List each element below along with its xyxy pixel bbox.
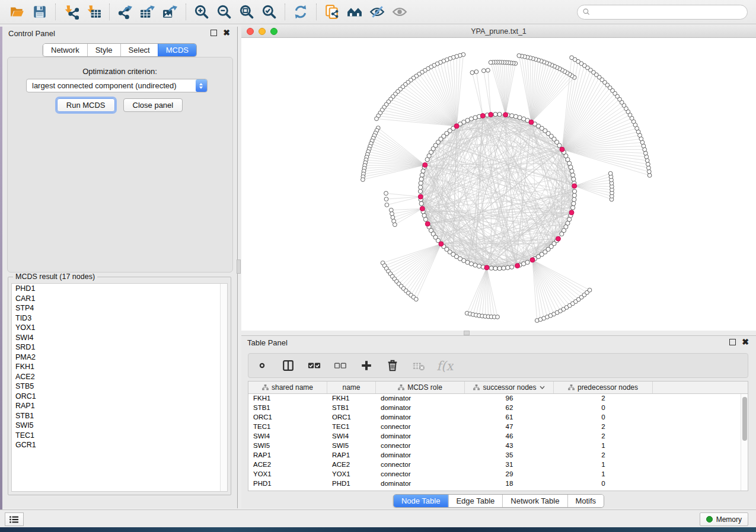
- network-node[interactable]: [473, 263, 477, 267]
- network-node[interactable]: [502, 266, 506, 270]
- network-node[interactable]: [572, 177, 576, 181]
- table-cell[interactable]: 2: [554, 432, 653, 441]
- table-cell[interactable]: 1: [554, 460, 653, 470]
- table-cell[interactable]: 1: [554, 470, 653, 479]
- table-cell[interactable]: 62: [465, 403, 554, 413]
- network-node[interactable]: [506, 265, 510, 270]
- network-node[interactable]: [572, 197, 576, 201]
- mcds-hub-node[interactable]: [423, 163, 428, 168]
- network-node[interactable]: [497, 112, 502, 116]
- task-history-button[interactable]: [5, 512, 24, 526]
- vertical-splitter-handle[interactable]: [237, 259, 241, 274]
- network-node[interactable]: [647, 166, 651, 170]
- network-node[interactable]: [474, 70, 479, 74]
- mcds-hub-node[interactable]: [572, 184, 577, 188]
- network-node[interactable]: [513, 114, 518, 118]
- network-node[interactable]: [361, 178, 365, 182]
- table-cell[interactable]: SWI5: [327, 441, 376, 451]
- table-cell[interactable]: 96: [465, 394, 554, 403]
- table-row[interactable]: RAP1RAP1dominator352: [248, 451, 748, 460]
- network-node[interactable]: [385, 203, 389, 207]
- import-table-button[interactable]: [84, 2, 104, 21]
- network-node[interactable]: [647, 174, 652, 178]
- column-header-name[interactable]: name: [327, 382, 376, 393]
- table-cell[interactable]: 0: [554, 479, 653, 489]
- network-node[interactable]: [646, 162, 650, 166]
- table-row[interactable]: ORC1ORC1dominator610: [248, 413, 748, 422]
- table-cell[interactable]: YOX1: [327, 470, 376, 479]
- network-node[interactable]: [525, 260, 529, 264]
- horizontal-splitter-handle[interactable]: [464, 331, 470, 335]
- zoom-selected-button[interactable]: [259, 2, 279, 21]
- search-input[interactable]: [591, 8, 742, 16]
- network-node[interactable]: [493, 266, 497, 270]
- mcds-hub-node[interactable]: [556, 236, 560, 241]
- table-row[interactable]: STB1STB1dominator620: [248, 403, 748, 413]
- table-cell[interactable]: PHD1: [248, 479, 327, 489]
- table-cell[interactable]: dominator: [376, 413, 465, 422]
- table-cell[interactable]: 18: [465, 479, 554, 489]
- tab-network-table[interactable]: Network Table: [502, 495, 567, 507]
- table-cell[interactable]: 0: [554, 403, 653, 413]
- table-cell[interactable]: ACE2: [248, 460, 327, 470]
- network-node[interactable]: [510, 265, 514, 269]
- zoom-in-button[interactable]: [192, 2, 212, 21]
- table-cell[interactable]: dominator: [376, 479, 465, 489]
- network-node[interactable]: [477, 264, 481, 268]
- table-cell[interactable]: SWI4: [248, 432, 327, 441]
- network-node[interactable]: [384, 197, 388, 201]
- table-row[interactable]: SWI5SWI5connector431: [248, 441, 748, 451]
- network-node[interactable]: [493, 112, 497, 116]
- mcds-result-item[interactable]: TEC1: [12, 431, 227, 441]
- mcds-hub-node[interactable]: [530, 258, 535, 262]
- network-node[interactable]: [572, 201, 576, 206]
- mcds-hub-node[interactable]: [569, 210, 574, 215]
- mcds-hub-node[interactable]: [515, 264, 520, 268]
- column-header-predecessor-nodes[interactable]: predecessor nodes: [554, 382, 653, 393]
- mcds-result-item[interactable]: CAR1: [12, 294, 227, 304]
- search-box[interactable]: [577, 5, 748, 20]
- table-cell[interactable]: FKH1: [327, 394, 376, 403]
- tab-network[interactable]: Network: [43, 44, 87, 56]
- column-header-shared-name[interactable]: shared name: [248, 382, 327, 393]
- network-node[interactable]: [647, 169, 651, 174]
- network-node[interactable]: [510, 114, 514, 118]
- network-node[interactable]: [570, 169, 574, 173]
- close-panel-icon[interactable]: ✖: [742, 339, 749, 345]
- network-node[interactable]: [518, 116, 522, 120]
- table-cell[interactable]: YOX1: [248, 470, 327, 479]
- zoom-fit-button[interactable]: [237, 2, 257, 21]
- zoom-out-button[interactable]: [214, 2, 234, 21]
- mcds-result-item[interactable]: GCR1: [12, 440, 227, 450]
- table-cell[interactable]: PHD1: [327, 479, 376, 489]
- network-node[interactable]: [489, 266, 493, 270]
- eye-button[interactable]: [390, 2, 410, 21]
- tab-edge-table[interactable]: Edge Table: [448, 495, 502, 507]
- deselect-all-button[interactable]: [333, 358, 348, 373]
- mcds-result-item[interactable]: TID3: [12, 313, 227, 323]
- add-button[interactable]: [359, 358, 374, 373]
- table-cell[interactable]: dominator: [376, 394, 465, 403]
- delete-button[interactable]: [385, 358, 400, 373]
- table-cell[interactable]: SWI5: [248, 441, 327, 451]
- tab-mcds[interactable]: MCDS: [158, 44, 196, 56]
- mcds-result-item[interactable]: YOX1: [12, 323, 227, 333]
- mcds-result-item[interactable]: STB1: [12, 411, 227, 421]
- network-node[interactable]: [393, 223, 397, 227]
- import-network-button[interactable]: [61, 2, 81, 21]
- optimization-criterion-select[interactable]: largest connected component (undirected): [26, 79, 208, 92]
- table-cell[interactable]: RAP1: [248, 451, 327, 460]
- table-cell[interactable]: SWI4: [327, 432, 376, 441]
- network-node[interactable]: [497, 266, 502, 270]
- mcds-result-item[interactable]: SWI4: [12, 333, 227, 343]
- network-node[interactable]: [414, 297, 418, 302]
- network-node[interactable]: [572, 189, 576, 193]
- table-scrollbar-thumb[interactable]: [742, 397, 747, 441]
- export-image-button[interactable]: [160, 2, 180, 21]
- mcds-result-item[interactable]: RAP1: [12, 401, 227, 411]
- network-node[interactable]: [517, 54, 521, 58]
- table-cell[interactable]: ORC1: [327, 413, 376, 422]
- table-cell[interactable]: 35: [465, 451, 554, 460]
- column-header-MCDS-role[interactable]: MCDS role: [376, 382, 465, 393]
- mcds-result-item[interactable]: FKH1: [12, 362, 227, 372]
